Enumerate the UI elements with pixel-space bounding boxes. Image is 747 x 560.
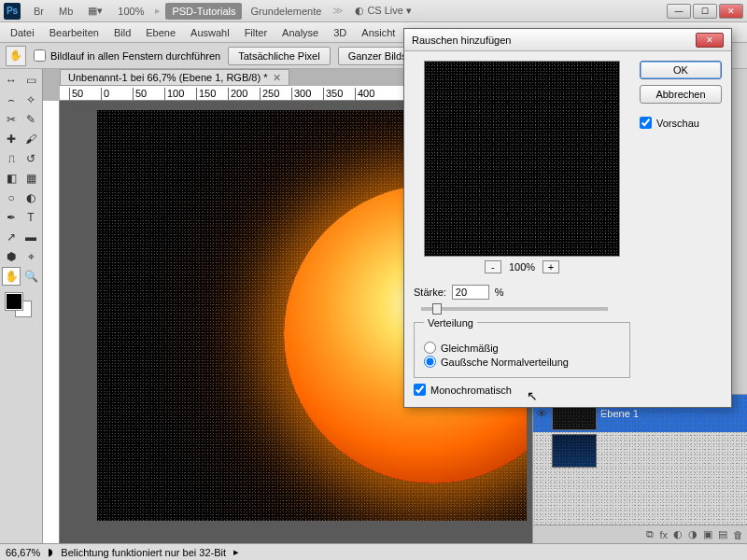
ruler-vertical	[43, 101, 60, 543]
cslive-button[interactable]: ◐ CS Live ▾	[348, 2, 418, 20]
app-titlebar: Ps Br Mb ▦▾ 100% ▸ PSD-Tutorials Grundel…	[0, 0, 747, 22]
strength-label: Stärke:	[414, 287, 446, 298]
history-brush-icon[interactable]: ↺	[21, 149, 40, 168]
dodge-tool-icon[interactable]: ◐	[21, 189, 40, 207]
scroll-all-label: Bildlauf in allen Fenstern durchführen	[50, 50, 220, 62]
status-icon: ◗	[48, 546, 53, 558]
view-extras-button[interactable]: ▦▾	[81, 2, 109, 20]
close-button[interactable]: ✕	[719, 4, 743, 19]
zoom-tool-icon[interactable]: 🔍	[21, 267, 40, 286]
toolbox: ↔ ▭ ⌢ ✧ ✂ ✎ ✚ 🖌 ⎍ ↺ ◧ ▦ ○ ◐ ✒ T ↗ ▬ ⬢ ⌖ …	[0, 69, 43, 543]
marquee-tool-icon[interactable]: ▭	[21, 71, 40, 90]
photoshop-logo-icon: Ps	[4, 3, 21, 20]
strength-slider[interactable]	[421, 307, 608, 311]
document-title: Unbenannt-1 bei 66,7% (Ebene 1, RGB/8) *	[68, 72, 267, 83]
status-message: Belichtung funktioniert nur bei 32-Bit	[61, 547, 226, 558]
cancel-button[interactable]: Abbrechen	[640, 85, 722, 104]
distribution-title: Verteilung	[424, 317, 477, 329]
close-tab-icon[interactable]: ✕	[273, 72, 281, 84]
zoom-percent: 100%	[509, 261, 535, 273]
monochromatic-checkbox[interactable]: Monochromatisch	[414, 384, 630, 396]
minibridge-button[interactable]: Mb	[52, 3, 79, 20]
more-icon[interactable]: ≫	[332, 5, 344, 17]
path-tool-icon[interactable]: ↗	[2, 228, 21, 246]
zoom-in-button[interactable]: +	[543, 260, 559, 273]
menu-filter[interactable]: Filter	[238, 24, 274, 41]
ok-button[interactable]: OK	[640, 61, 722, 79]
lasso-tool-icon[interactable]: ⌢	[2, 91, 21, 109]
crop-tool-icon[interactable]: ✂	[2, 110, 21, 129]
menu-ansicht[interactable]: Ansicht	[355, 24, 402, 41]
minimize-button[interactable]: —	[667, 4, 691, 19]
workspace-tab-grund[interactable]: Grundelemente	[244, 3, 328, 20]
menu-auswahl[interactable]: Auswahl	[184, 24, 236, 41]
noise-preview[interactable]	[424, 61, 620, 257]
dialog-title: Rauschen hinzufügen	[412, 35, 511, 46]
separator: ▸	[155, 5, 161, 17]
scroll-all-checkbox[interactable]: Bildlauf in allen Fenstern durchführen	[34, 49, 220, 62]
distribution-fieldset: Verteilung Gleichmäßig Gaußsche Normalve…	[414, 322, 630, 378]
actual-pixels-button[interactable]: Tatsächliche Pixel	[228, 47, 330, 65]
pen-tool-icon[interactable]: ✒	[2, 208, 21, 227]
menu-datei[interactable]: Datei	[4, 24, 41, 41]
move-tool-icon[interactable]: ↔	[2, 71, 21, 90]
wand-tool-icon[interactable]: ✧	[21, 91, 40, 109]
shape-tool-icon[interactable]: ▬	[21, 228, 40, 246]
statusbar: 66,67% ◗ Belichtung funktioniert nur bei…	[0, 543, 747, 560]
menu-bild[interactable]: Bild	[107, 24, 137, 41]
3d-tool-icon[interactable]: ⬢	[2, 247, 21, 266]
zoom-level[interactable]: 100%	[111, 3, 150, 20]
preview-label: Vorschau	[656, 118, 699, 129]
slider-thumb[interactable]	[432, 303, 442, 315]
eraser-tool-icon[interactable]: ◧	[2, 169, 21, 188]
menu-bearbeiten[interactable]: Bearbeiten	[43, 24, 106, 41]
menu-ebene[interactable]: Ebene	[139, 24, 182, 41]
hand-tool-icon[interactable]: ✋	[6, 46, 26, 66]
chevron-right-icon[interactable]: ▸	[233, 546, 239, 558]
workspace-tab-psd[interactable]: PSD-Tutorials	[165, 3, 242, 20]
add-noise-dialog: Rauschen hinzufügen ✕ - 100% + Stärke: %…	[403, 28, 732, 408]
brush-tool-icon[interactable]: 🖌	[21, 130, 40, 148]
cslive-label: CS Live	[367, 5, 403, 16]
new-layer-icon[interactable]: ▤	[718, 528, 727, 540]
menu-analyse[interactable]: Analyse	[275, 24, 325, 41]
zoom-out-button[interactable]: -	[485, 260, 501, 273]
layers-panel: 👁 Ebene 1 ⧉ fx ◐ ◑ ▣ ▤ 🗑	[533, 394, 747, 543]
trash-icon[interactable]: 🗑	[733, 529, 743, 540]
fx-icon[interactable]: fx	[659, 529, 668, 540]
strength-input[interactable]	[452, 285, 489, 300]
gaussian-label: Gaußsche Normalverteilung	[441, 357, 569, 368]
document-tab[interactable]: Unbenannt-1 bei 66,7% (Ebene 1, RGB/8) *…	[60, 69, 289, 86]
mask-icon[interactable]: ◐	[673, 528, 683, 540]
stamp-tool-icon[interactable]: ⎍	[2, 149, 21, 168]
strength-unit: %	[495, 287, 504, 298]
gaussian-radio[interactable]: Gaußsche Normalverteilung	[424, 356, 620, 368]
heal-tool-icon[interactable]: ✚	[2, 130, 21, 148]
maximize-button[interactable]: ☐	[693, 4, 717, 19]
gradient-tool-icon[interactable]: ▦	[21, 169, 40, 188]
dialog-titlebar[interactable]: Rauschen hinzufügen ✕	[404, 29, 731, 51]
uniform-radio[interactable]: Gleichmäßig	[424, 342, 620, 354]
color-swatches[interactable]	[2, 291, 40, 319]
preview-checkbox[interactable]: Vorschau	[640, 117, 722, 129]
mono-label: Monochromatisch	[430, 385, 512, 396]
eyedropper-tool-icon[interactable]: ✎	[21, 110, 40, 129]
dialog-close-button[interactable]: ✕	[696, 33, 724, 48]
uniform-label: Gleichmäßig	[441, 343, 499, 354]
bridge-button[interactable]: Br	[27, 3, 50, 20]
type-tool-icon[interactable]: T	[21, 208, 40, 227]
layers-footer: ⧉ fx ◐ ◑ ▣ ▤ 🗑	[533, 525, 747, 543]
menu-3d[interactable]: 3D	[327, 24, 353, 41]
blur-tool-icon[interactable]: ○	[2, 189, 21, 207]
3d-camera-icon[interactable]: ⌖	[21, 247, 40, 266]
adjust-icon[interactable]: ◑	[688, 528, 698, 540]
link-icon[interactable]: ⧉	[646, 528, 654, 540]
status-zoom[interactable]: 66,67%	[6, 547, 40, 558]
fg-color-swatch[interactable]	[6, 293, 22, 310]
hand-tool-icon[interactable]: ✋	[2, 267, 21, 286]
folder-icon[interactable]: ▣	[703, 528, 712, 540]
